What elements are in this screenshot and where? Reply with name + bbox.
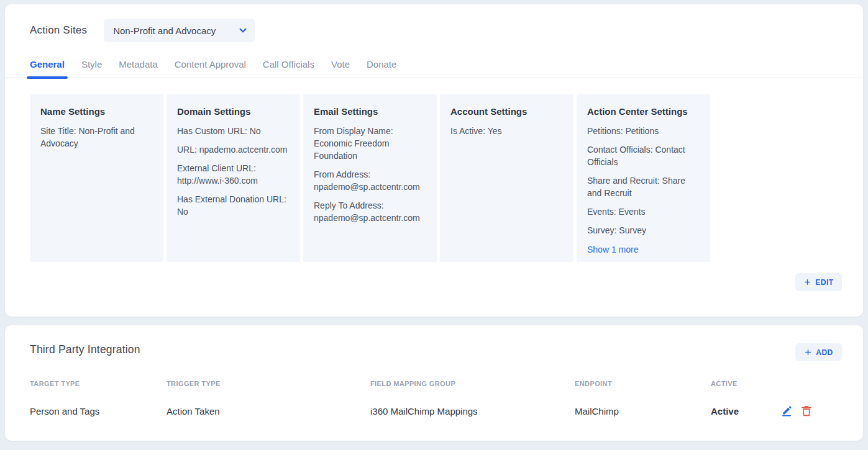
setting-line: Events: Events — [587, 205, 700, 218]
edit-button[interactable]: EDIT — [795, 273, 842, 291]
setting-line: Share and Recruit: Share and Recruit — [587, 174, 700, 199]
chevron-down-icon — [239, 26, 247, 35]
site-selector-dropdown[interactable]: Non-Profit and Advocacy — [104, 19, 255, 42]
show-more-link[interactable]: Show 1 more — [587, 245, 638, 254]
tab-donate[interactable]: Donate — [367, 59, 396, 78]
setting-line: From Address: npademo@sp.actcentr.com — [314, 168, 426, 193]
setting-line: Has Custom URL: No — [177, 125, 290, 137]
col-trigger-type: TRIGGER TYPE — [167, 380, 370, 387]
tab-vote[interactable]: Vote — [331, 59, 350, 78]
delete-row-button[interactable] — [800, 405, 813, 417]
tab-style[interactable]: Style — [81, 59, 102, 78]
cell-endpoint: MailChimp — [575, 406, 711, 416]
integration-title: Third Party Integration — [30, 343, 140, 356]
tab-bar: General Style Metadata Content Approval … — [5, 59, 863, 78]
third-party-integration-card: Third Party Integration ADD TARGET TYPE … — [5, 325, 863, 441]
panel-email-settings: Email Settings From Display Name: Econom… — [303, 94, 437, 262]
plus-icon — [803, 278, 811, 286]
table-header-row: TARGET TYPE TRIGGER TYPE FIELD MAPPING G… — [30, 380, 838, 387]
tab-general[interactable]: General — [30, 59, 65, 78]
integration-table: TARGET TYPE TRIGGER TYPE FIELD MAPPING G… — [30, 380, 838, 417]
panel-title: Email Settings — [314, 106, 426, 117]
site-selector-value: Non-Profit and Advocacy — [113, 25, 234, 36]
panel-name-settings: Name Settings Site Title: Non-Profit and… — [30, 94, 163, 262]
panel-title: Account Settings — [450, 106, 563, 117]
trash-icon — [800, 405, 813, 417]
add-button[interactable]: ADD — [795, 343, 842, 361]
status-badge: Active — [711, 406, 780, 416]
setting-line: Contact Officials: Contact Officials — [587, 143, 700, 168]
col-target-type: TARGET TYPE — [30, 380, 167, 387]
panel-domain-settings: Domain Settings Has Custom URL: No URL: … — [167, 94, 300, 262]
cell-target-type: Person and Tags — [30, 406, 167, 416]
edit-row-button[interactable] — [780, 405, 793, 417]
col-endpoint: ENDPOINT — [575, 380, 711, 387]
setting-line: Reply To Address: npademo@sp.actcentr.co… — [314, 199, 426, 224]
setting-line: Site Title: Non-Profit and Advocacy — [40, 125, 153, 150]
table-row: Person and Tags Action Taken i360 MailCh… — [30, 405, 838, 417]
setting-line: From Display Name: Economic Freedom Foun… — [314, 125, 426, 162]
setting-line: Survey: Survey — [587, 224, 700, 236]
settings-panels: Name Settings Site Title: Non-Profit and… — [30, 94, 838, 262]
setting-line: Petitions: Petitions — [587, 125, 700, 137]
setting-line: Has External Donation URL: No — [177, 193, 290, 218]
integration-header: Third Party Integration ADD — [30, 343, 838, 361]
page-header: Action Sites Non-Profit and Advocacy — [30, 19, 838, 42]
col-active: ACTIVE — [711, 380, 780, 387]
tab-call-officials[interactable]: Call Officials — [263, 59, 314, 78]
tab-metadata[interactable]: Metadata — [119, 59, 158, 78]
panel-account-settings: Account Settings Is Active: Yes — [440, 94, 573, 262]
setting-line: Is Active: Yes — [450, 125, 563, 137]
edit-button-label: EDIT — [815, 278, 833, 287]
page-title: Action Sites — [30, 24, 87, 37]
plus-icon — [804, 348, 812, 356]
panel-title: Action Center Settings — [587, 106, 700, 117]
col-field-mapping-group: FIELD MAPPING GROUP — [370, 380, 575, 387]
tab-content-approval[interactable]: Content Approval — [175, 59, 246, 78]
cell-field-mapping-group: i360 MailChimp Mappings — [370, 406, 575, 416]
panel-title: Name Settings — [40, 106, 153, 117]
setting-line: URL: npademo.actcentr.com — [177, 143, 290, 156]
add-button-label: ADD — [816, 348, 833, 357]
action-sites-card: Action Sites Non-Profit and Advocacy Gen… — [5, 4, 863, 317]
panel-action-center-settings: Action Center Settings Petitions: Petiti… — [577, 94, 710, 262]
cell-trigger-type: Action Taken — [167, 406, 370, 416]
setting-line: External Client URL: http://www.i-360.co… — [177, 162, 290, 187]
pencil-icon — [780, 405, 793, 417]
panel-title: Domain Settings — [177, 106, 290, 117]
